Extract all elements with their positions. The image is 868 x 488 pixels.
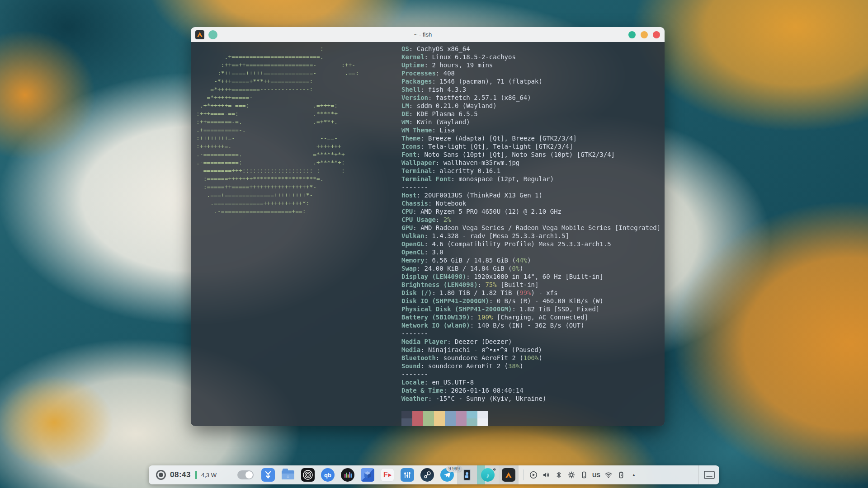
cube-app-icon (361, 468, 374, 482)
taskbar-app-alacritty[interactable] (499, 465, 519, 484)
terminal-color-palette (401, 411, 660, 426)
fastfetch-line: LM: sddm 0.21.0 (Wayland) (401, 102, 660, 110)
taskbar-panel[interactable]: 08:43 4,3 W ⌂ qb (149, 465, 719, 484)
power-meter-bar (195, 471, 197, 479)
audio-playing-icon (492, 467, 497, 472)
volume-icon[interactable] (542, 470, 551, 479)
taskbar-apps: ⌂ qb F▶ (258, 465, 519, 484)
fastfetch-line: Date & Time: 2026-01-16 08:40:14 (401, 386, 660, 394)
wifi-icon[interactable] (604, 470, 613, 479)
keyboard-layout-indicator[interactable]: US (592, 472, 600, 479)
fastfetch-line: Display (LEN4098): 868x488 in 14", 60 … (401, 272, 660, 281)
fastfetch-line: WM Theme: Lisa (401, 126, 660, 134)
phone-mirror-icon (463, 469, 471, 481)
fastfetch-line: ------- (401, 329, 660, 338)
taskbar-app-music-player[interactable]: ♪ (477, 465, 499, 484)
presentation-toggle[interactable] (237, 470, 254, 479)
expand-tray-icon[interactable]: ▲ (629, 470, 638, 479)
palette-swatch (412, 411, 423, 418)
fastfetch-line: GPU: AMD Radeon Vega Series / Radeon Veg… (401, 224, 660, 232)
fastfetch-line: Swap: 24.00 KiB / 14.84 GiB (0%) (401, 264, 660, 272)
palette-swatch (445, 418, 456, 426)
battery-charging-icon[interactable] (617, 470, 626, 479)
fastfetch-line: ------- (401, 370, 660, 378)
show-desktop-button[interactable] (698, 465, 719, 484)
taskbar-app-qbittorrent[interactable]: qb (318, 465, 338, 484)
fastfetch-line: Host: 20UF0013US (ThinkPad X13 Gen 1) (401, 191, 660, 199)
fastfetch-line: ------- (401, 183, 660, 191)
qbittorrent-icon: qb (321, 468, 335, 482)
fastfetch-line: Terminal: alacritty 0.16.1 (401, 167, 660, 175)
show-desktop-icon (703, 470, 715, 480)
taskbar-app-steam[interactable] (417, 465, 437, 484)
record-indicator-icon[interactable] (156, 470, 166, 480)
taskbar-app-download-manager[interactable] (258, 465, 278, 484)
power-draw-label: 4,3 W (201, 472, 217, 479)
fastfetch-line: Sound: soundcore AeroFit 2 (38%) (401, 362, 660, 370)
taskbar-app-visualizer[interactable] (338, 465, 358, 484)
fastfetch-line: Disk (/): 1.80 TiB / 1.82 TiB (99%) - xf… (401, 289, 660, 297)
fastfetch-line: Font: Noto Sans (10pt) [Qt], Noto Sans (… (401, 150, 660, 159)
phone-tray-icon[interactable] (580, 470, 589, 479)
terminal-titlebar[interactable]: ~ - fish (191, 27, 665, 42)
fastfetch-line: Uptime: 2 hours, 19 mins (401, 61, 660, 69)
palette-swatch (477, 411, 488, 418)
palette-swatch (412, 418, 423, 426)
window-title: ~ - fish (217, 31, 628, 38)
palette-swatch (445, 411, 456, 418)
minimize-button[interactable] (628, 31, 636, 38)
fish-shell-icon (208, 30, 217, 39)
taskbar-app-freetube[interactable]: F▶ (377, 465, 397, 484)
fastfetch-line: Locale: en_US.UTF-8 (401, 378, 660, 386)
fastfetch-line: Shell: fish 4.3.3 (401, 85, 660, 94)
fastfetch-line: Physical Disk (SHPP41-2000GM): 1.82 TiB … (401, 305, 660, 313)
fastfetch-line: Terminal Font: monospace (12pt, Regular) (401, 175, 660, 183)
palette-swatch (467, 411, 477, 418)
fastfetch-line: DE: KDE Plasma 6.5.5 (401, 110, 660, 118)
fastfetch-line: Network IO (wlan0): 140 B/s (IN) - 362 B… (401, 321, 660, 329)
fastfetch-line: Media Player: Deezer (Deezer) (401, 338, 660, 346)
fastfetch-output: OS: CachyOS x86_64Kernel: Linux 6.18.5-2… (401, 45, 660, 426)
bluetooth-icon[interactable] (554, 470, 563, 479)
fastfetch-line: Theme: Breeze (Adapta) [Qt], Breeze [GTK… (401, 134, 660, 142)
terminal-window[interactable]: ~ - fish -------------------------: .+==… (191, 27, 665, 426)
fastfetch-line: Version: fastfetch 2.57.1 (x86_64) (401, 94, 660, 102)
palette-swatch (423, 418, 434, 426)
settings-gear-icon[interactable] (567, 470, 576, 479)
taskbar-app-telegram[interactable]: 9 999 (437, 465, 457, 484)
alacritty-icon (195, 30, 204, 39)
palette-swatch (423, 411, 434, 418)
palette-swatch (401, 418, 412, 426)
palette-swatch (401, 411, 412, 418)
taskbar-app-concentric[interactable] (298, 465, 318, 484)
fastfetch-line: Media: Ninajirachi - я^•ᴥ•^я (Paused) (401, 346, 660, 354)
taskbar-app-file-manager[interactable]: ⌂ (278, 465, 298, 484)
palette-swatch (456, 411, 467, 418)
taskbar-app-cube[interactable] (358, 465, 377, 484)
cachyos-ascii-logo: -------------------------: .+===========… (196, 45, 359, 216)
fastfetch-line: Wallpaper: wallhaven-m35rwm.jpg (401, 159, 660, 167)
system-tray: US ▲ (529, 470, 638, 479)
taskbar-app-phone-mirror[interactable] (457, 465, 477, 484)
alacritty-task-icon (502, 468, 515, 482)
steam-icon (420, 468, 434, 482)
fastfetch-line: CPU: AMD Ryzen 5 PRO 4650U (12) @ 2.10 G… (401, 207, 660, 216)
terminal-content[interactable]: -------------------------: .+===========… (191, 42, 665, 426)
fastfetch-line: Brightness (LEN4098): 75% [Built-in] (401, 281, 660, 289)
fastfetch-line: Memory: 6.56 GiB / 14.85 GiB (44%) (401, 256, 660, 264)
folder-icon: ⌂ (282, 470, 294, 479)
fastfetch-line: OpenCL: 3.0 (401, 248, 660, 256)
fastfetch-line: Disk IO (SHPP41-2000GM): 0 B/s (R) - 460… (401, 297, 660, 305)
close-button[interactable] (653, 31, 660, 38)
palette-swatch (456, 418, 467, 426)
fastfetch-line: Processes: 408 (401, 69, 660, 77)
taskbar-app-mixer[interactable] (397, 465, 417, 484)
concentric-circles-icon (301, 468, 315, 482)
fastfetch-line: Battery (5B10W139): 100% [Charging, AC C… (401, 313, 660, 321)
fastfetch-line: OpenGL: 4.6 (Compatibility Profile) Mesa… (401, 240, 660, 248)
maximize-button[interactable] (641, 31, 648, 38)
download-manager-icon (261, 468, 275, 482)
clock-widget[interactable]: 08:43 (170, 470, 191, 479)
audio-mixer-icon (401, 468, 414, 482)
media-play-icon[interactable] (529, 470, 538, 479)
